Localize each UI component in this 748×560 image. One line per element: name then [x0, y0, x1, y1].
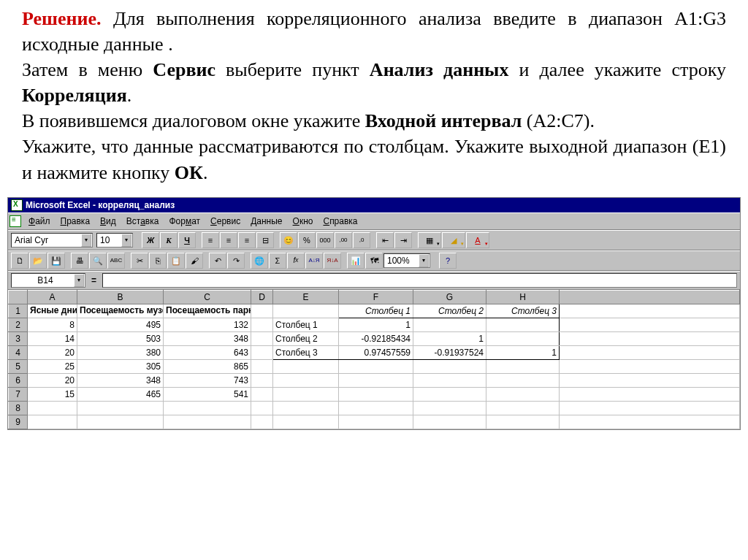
- row-header-4[interactable]: 4: [9, 346, 28, 360]
- select-all-corner[interactable]: [9, 291, 28, 304]
- menu-view[interactable]: Вид: [96, 215, 121, 228]
- open-button[interactable]: 📂: [29, 253, 47, 269]
- col-header-extra[interactable]: [560, 291, 740, 304]
- cell-F2[interactable]: 1: [339, 318, 413, 332]
- row-header-8[interactable]: 8: [9, 402, 28, 415]
- menu-edit[interactable]: Правка: [56, 215, 95, 228]
- cell-H1[interactable]: Столбец 3: [486, 304, 560, 318]
- cell-E9[interactable]: [273, 415, 339, 429]
- cell-A7[interactable]: 15: [28, 388, 77, 402]
- copy-button[interactable]: ⎘: [149, 253, 167, 269]
- cell-H2[interactable]: [486, 318, 560, 332]
- cell-H5[interactable]: [486, 360, 560, 374]
- cell-G9[interactable]: [413, 415, 486, 429]
- cell-F7[interactable]: [339, 388, 413, 402]
- align-left-button[interactable]: ≡: [202, 232, 219, 248]
- cell-B5[interactable]: 305: [77, 360, 164, 374]
- cell-D1[interactable]: [251, 304, 273, 318]
- cell-B3[interactable]: 503: [77, 332, 164, 346]
- cell-G4[interactable]: -0.91937524: [413, 346, 486, 360]
- cell-G6[interactable]: [413, 374, 486, 388]
- cell-F9[interactable]: [339, 415, 413, 429]
- cell-G8[interactable]: [413, 402, 486, 415]
- cell-A2[interactable]: 8: [28, 318, 77, 332]
- font-name-combo[interactable]: Arial Cyr: [11, 233, 93, 248]
- worksheet-grid[interactable]: A B C D E F G H 1 Ясные дни Посещаемость…: [8, 290, 740, 429]
- row-header-2[interactable]: 2: [9, 318, 28, 332]
- increase-decimal-button[interactable]: ,00: [335, 232, 352, 248]
- cell-G5[interactable]: [413, 360, 486, 374]
- cell-C3[interactable]: 348: [164, 332, 251, 346]
- cell-F6[interactable]: [339, 374, 413, 388]
- cell-A8[interactable]: [28, 402, 77, 415]
- menu-data[interactable]: Данные: [246, 215, 286, 228]
- decrease-decimal-button[interactable]: ,0: [353, 232, 370, 248]
- cell-D2[interactable]: [251, 318, 273, 332]
- new-button[interactable]: 🗋: [11, 253, 28, 269]
- cell-E6[interactable]: [273, 374, 339, 388]
- cell-C5[interactable]: 865: [164, 360, 251, 374]
- cell-B8[interactable]: [77, 402, 164, 415]
- menu-tools[interactable]: Сервис: [206, 215, 245, 228]
- undo-button[interactable]: ↶: [209, 253, 226, 269]
- cell-G1[interactable]: Столбец 2: [413, 304, 486, 318]
- cell-F4[interactable]: 0.97457559: [339, 346, 413, 360]
- spelling-button[interactable]: ABC: [107, 253, 125, 269]
- cell-G2[interactable]: [413, 318, 486, 332]
- help-button[interactable]: ?: [439, 253, 457, 269]
- sort-desc-button[interactable]: Я↓А: [324, 253, 341, 269]
- cell-H6[interactable]: [486, 374, 560, 388]
- cell-H9[interactable]: [486, 415, 560, 429]
- cell-A3[interactable]: 14: [28, 332, 77, 346]
- row-header-1[interactable]: 1: [9, 304, 28, 318]
- decrease-indent-button[interactable]: ⇤: [376, 232, 394, 248]
- hyperlink-button[interactable]: 🌐: [251, 253, 268, 269]
- function-button[interactable]: fx: [287, 253, 305, 269]
- cell-C1[interactable]: Посещаемость парка: [164, 304, 251, 318]
- map-button[interactable]: 🗺: [365, 253, 383, 269]
- formula-bar[interactable]: [102, 273, 737, 288]
- col-header-B[interactable]: B: [77, 291, 164, 304]
- autosum-button[interactable]: Σ: [269, 253, 286, 269]
- cell-D9[interactable]: [251, 415, 273, 429]
- cell-B2[interactable]: 495: [77, 318, 164, 332]
- col-header-H[interactable]: H: [486, 291, 560, 304]
- cell-A4[interactable]: 20: [28, 346, 77, 360]
- cell-A6[interactable]: 20: [28, 374, 77, 388]
- name-box[interactable]: B14: [11, 273, 85, 288]
- cell-E7[interactable]: [273, 388, 339, 402]
- cell-G7[interactable]: [413, 388, 486, 402]
- cell-H3[interactable]: [486, 332, 560, 346]
- cell-C9[interactable]: [164, 415, 251, 429]
- fill-color-button[interactable]: ◢: [442, 232, 465, 248]
- menu-format[interactable]: Формат: [164, 215, 205, 228]
- row-header-7[interactable]: 7: [9, 388, 28, 402]
- cell-D3[interactable]: [251, 332, 273, 346]
- menu-help[interactable]: Справка: [318, 215, 362, 228]
- paste-button[interactable]: 📋: [167, 253, 185, 269]
- cell-E8[interactable]: [273, 402, 339, 415]
- bold-button[interactable]: Ж: [142, 232, 159, 248]
- cell-F8[interactable]: [339, 402, 413, 415]
- align-center-button[interactable]: ≡: [220, 232, 237, 248]
- cell-B9[interactable]: [77, 415, 164, 429]
- font-size-combo[interactable]: 10: [96, 233, 133, 248]
- col-header-C[interactable]: C: [164, 291, 251, 304]
- cell-D7[interactable]: [251, 388, 273, 402]
- cell-H8[interactable]: [486, 402, 560, 415]
- zoom-combo[interactable]: 100%: [383, 253, 430, 268]
- cell-E1[interactable]: [273, 304, 339, 318]
- cell-H7[interactable]: [486, 388, 560, 402]
- cell-C8[interactable]: [164, 402, 251, 415]
- cell-C2[interactable]: 132: [164, 318, 251, 332]
- print-button[interactable]: 🖶: [71, 253, 88, 269]
- cell-C7[interactable]: 541: [164, 388, 251, 402]
- format-painter-button[interactable]: 🖌: [186, 253, 203, 269]
- cut-button[interactable]: ✂: [131, 253, 148, 269]
- row-header-9[interactable]: 9: [9, 415, 28, 429]
- cell-D8[interactable]: [251, 402, 273, 415]
- redo-button[interactable]: ↷: [227, 253, 245, 269]
- print-preview-button[interactable]: 🔍: [89, 253, 107, 269]
- percent-button[interactable]: %: [298, 232, 316, 248]
- menu-file[interactable]: Файл: [24, 215, 55, 228]
